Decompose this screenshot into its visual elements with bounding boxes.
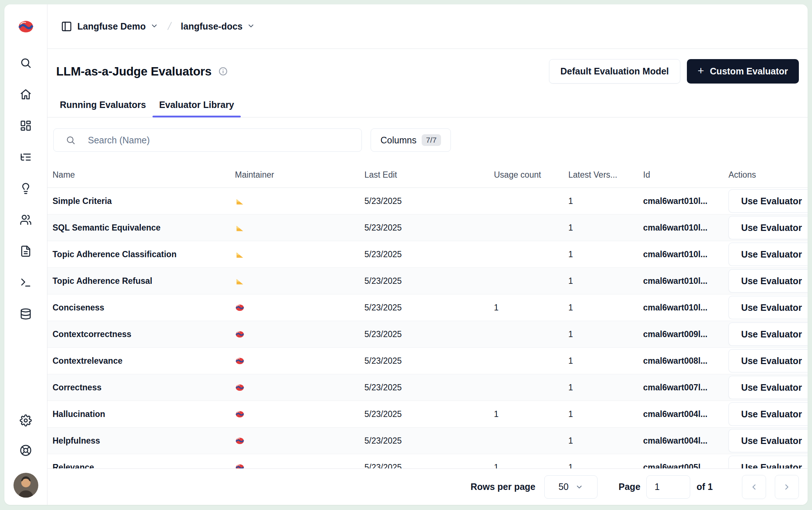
table-row[interactable]: SQL Semantic Equivalence5/23/20251cmal6w… — [47, 215, 808, 241]
rows-per-page-select[interactable]: 50 — [544, 475, 598, 499]
users-icon[interactable] — [19, 212, 33, 227]
last-edit: 5/23/2025 — [364, 303, 494, 313]
settings-gear-icon[interactable] — [19, 413, 33, 428]
evaluator-id: cmal6wart004l... — [643, 436, 728, 446]
ragas-icon — [235, 223, 364, 233]
tab-evaluator-library[interactable]: Evaluator Library — [152, 92, 241, 117]
use-evaluator-button[interactable]: Use Evaluator — [728, 216, 808, 239]
custom-evaluator-label: Custom Evaluator — [710, 66, 788, 77]
actions-cell: Use Evaluator — [728, 216, 808, 239]
actions-cell: Use Evaluator — [728, 456, 808, 468]
table-row[interactable]: Helpfulness5/23/20251cmal6wart004l...Use… — [47, 428, 808, 454]
sidebar-bottom — [13, 413, 38, 498]
terminal-icon[interactable] — [19, 275, 33, 290]
evaluator-id: cmal6wart010l... — [643, 223, 728, 233]
previous-page-button[interactable] — [742, 475, 766, 499]
evaluator-name: Hallucination — [47, 409, 235, 419]
use-evaluator-button[interactable]: Use Evaluator — [728, 429, 808, 452]
chevron-left-icon — [750, 483, 758, 491]
actions-cell: Use Evaluator — [728, 349, 808, 372]
lightbulb-icon[interactable] — [19, 181, 33, 196]
ragas-icon — [235, 276, 364, 286]
evaluator-name: SQL Semantic Equivalence — [47, 223, 235, 233]
sidebar-nav-icons — [19, 55, 33, 321]
langfuse-icon — [235, 463, 364, 469]
next-page-button[interactable] — [775, 475, 799, 499]
table-row[interactable]: Relevance5/23/202511cmal6wart005l...Use … — [47, 454, 808, 468]
column-header-id: Id — [643, 170, 728, 180]
table-row[interactable]: Contextcorrectness5/23/20251cmal6wart009… — [47, 321, 808, 348]
project-switcher[interactable]: langfuse-docs — [177, 18, 259, 35]
use-evaluator-button[interactable]: Use Evaluator — [728, 269, 808, 293]
maintainer-cell — [235, 223, 364, 233]
page-label: Page — [619, 482, 641, 492]
table-row[interactable]: Simple Criteria5/23/20251cmal6wart010l..… — [47, 188, 808, 215]
evaluator-id: cmal6wart008l... — [643, 356, 728, 366]
evaluator-name: Correctness — [47, 383, 235, 393]
ragas-icon — [235, 196, 364, 206]
use-evaluator-button[interactable]: Use Evaluator — [728, 349, 808, 372]
table-row[interactable]: Hallucination5/23/202511cmal6wart004l...… — [47, 401, 808, 428]
org-switcher[interactable]: Langfuse Demo — [74, 18, 162, 35]
plus-icon: + — [698, 65, 704, 76]
table-header-row: NameMaintainerLast EditUsage countLatest… — [47, 162, 808, 188]
maintainer-cell — [235, 329, 364, 339]
tracing-tree-icon[interactable] — [19, 150, 33, 164]
table-toolbar: Columns 7/7 — [47, 117, 808, 162]
search-input[interactable] — [53, 128, 362, 152]
last-edit: 5/23/2025 — [364, 409, 494, 419]
latest-version: 1 — [568, 196, 643, 206]
table-row[interactable]: Correctness5/23/20251cmal6wart007l...Use… — [47, 374, 808, 401]
search-icon[interactable] — [19, 55, 33, 70]
evaluator-id: cmal6wart005l... — [643, 463, 728, 469]
use-evaluator-button[interactable]: Use Evaluator — [728, 189, 808, 213]
page-title: LLM-as-a-Judge Evaluators — [56, 65, 212, 78]
evaluator-name: Conciseness — [47, 303, 235, 313]
table-row[interactable]: Contextrelevance5/23/20251cmal6wart008l.… — [47, 348, 808, 374]
default-evaluation-model-button[interactable]: Default Evaluation Model — [549, 59, 680, 84]
columns-count-badge: 7/7 — [422, 134, 441, 146]
use-evaluator-button[interactable]: Use Evaluator — [728, 376, 808, 399]
use-evaluator-button[interactable]: Use Evaluator — [728, 322, 808, 346]
langfuse-icon — [235, 356, 364, 366]
page-number-input[interactable] — [646, 475, 690, 499]
home-icon[interactable] — [19, 87, 33, 101]
actions-cell: Use Evaluator — [728, 402, 808, 426]
use-evaluator-button[interactable]: Use Evaluator — [728, 402, 808, 426]
org-name: Langfuse Demo — [77, 21, 146, 32]
database-icon[interactable] — [19, 306, 33, 321]
table-row[interactable]: Conciseness5/23/202511cmal6wart010l...Us… — [47, 294, 808, 321]
langfuse-icon — [235, 409, 364, 419]
chevron-right-icon — [782, 483, 791, 491]
table-row[interactable]: Topic Adherence Classification5/23/20251… — [47, 241, 808, 268]
table-row[interactable]: Topic Adherence Refusal5/23/20251cmal6wa… — [47, 268, 808, 294]
sidebar — [4, 4, 47, 505]
maintainer-cell — [235, 383, 364, 393]
app-window: Langfuse Demo langfuse-docs LLM-as-a-Jud… — [4, 4, 808, 505]
user-avatar[interactable] — [13, 473, 38, 498]
evaluator-id: cmal6wart010l... — [643, 250, 728, 259]
column-header-last-edit: Last Edit — [364, 170, 494, 180]
tab-running-evaluators[interactable]: Running Evaluators — [53, 92, 152, 117]
usage-count: 1 — [494, 463, 568, 469]
use-evaluator-button[interactable]: Use Evaluator — [728, 296, 808, 319]
evaluator-name: Topic Adherence Refusal — [47, 276, 235, 286]
rows-per-page-value: 50 — [558, 482, 569, 492]
prompts-file-icon[interactable] — [19, 244, 33, 258]
use-evaluator-button[interactable]: Use Evaluator — [728, 243, 808, 266]
latest-version: 1 — [568, 356, 643, 366]
info-icon[interactable] — [218, 66, 228, 76]
use-evaluator-button[interactable]: Use Evaluator — [728, 456, 808, 468]
table-body: Simple Criteria5/23/20251cmal6wart010l..… — [47, 188, 808, 468]
langfuse-logo[interactable] — [4, 4, 47, 49]
sidebar-toggle-button[interactable] — [59, 19, 74, 34]
evaluator-id: cmal6wart004l... — [643, 409, 728, 419]
langfuse-icon — [235, 303, 364, 313]
maintainer-cell — [235, 250, 364, 259]
dashboard-grid-icon[interactable] — [19, 118, 33, 133]
custom-evaluator-button[interactable]: + Custom Evaluator — [687, 59, 799, 84]
maintainer-cell — [235, 303, 364, 313]
support-lifebuoy-icon[interactable] — [19, 443, 33, 457]
columns-button[interactable]: Columns 7/7 — [371, 128, 451, 152]
breadcrumb: Langfuse Demo langfuse-docs — [47, 4, 808, 49]
